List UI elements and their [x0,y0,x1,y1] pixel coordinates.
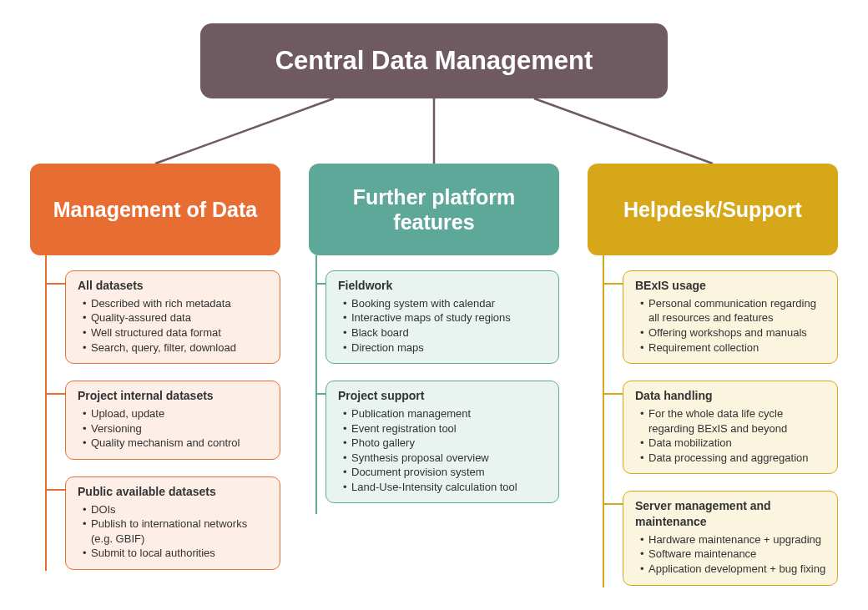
list-item: Interactive maps of study regions [343,310,548,325]
list-item: Submit to local authorities [83,546,270,561]
list-item: Personal communication regarding all res… [640,296,827,325]
card-fieldwork: Fieldwork Booking system with calendar I… [326,270,559,364]
category-box-features: Further platform features [309,164,559,255]
list-item: Described with rich metadata [83,296,270,311]
root-node: Central Data Management [200,23,668,98]
list-item: Photo gallery [343,436,548,451]
list-item: Software maintenance [640,547,827,562]
card-list: All datasets Described with rich metadat… [30,270,280,570]
card-title: Public available datasets [78,484,270,500]
card-list: BExIS usage Personal communication regar… [588,270,838,586]
list-item: Booking system with calendar [343,296,548,311]
list-item: Hardware maintenance + upgrading [640,532,827,547]
card-items: Publication management Event registratio… [338,406,548,494]
list-item: Offering workshops and manuals [640,325,827,340]
list-item: Publication management [343,406,548,421]
card-title: Data handling [635,388,827,404]
vertical-connector [315,255,317,514]
card-items: Described with rich metadata Quality-ass… [78,296,270,355]
list-item: Event registration tool [343,421,548,436]
list-item: Direction maps [343,340,548,355]
list-item: Black board [343,325,548,340]
card-items: For the whole data life cycle regarding … [635,406,827,465]
list-item: Upload, update [83,406,270,421]
list-item: Land-Use-Intensity calculation tool [343,480,548,495]
list-item: Quality-assured data [83,310,270,325]
card-bexis-usage: BExIS usage Personal communication regar… [623,270,838,364]
category-title: Management of Data [53,197,257,222]
category-title: Further platform features [324,184,544,234]
category-title: Helpdesk/Support [623,197,802,222]
card-items: DOIs Publish to international networks (… [78,502,270,561]
svg-line-2 [534,98,713,164]
card-items: Personal communication regarding all res… [635,296,827,355]
list-item: DOIs [83,502,270,517]
card-title: Project internal datasets [78,388,270,404]
card-all-datasets: All datasets Described with rich metadat… [65,270,280,364]
list-item: Publish to international networks (e.g. … [83,517,270,546]
card-data-handling: Data handling For the whole data life cy… [623,381,838,474]
card-items: Upload, update Versioning Quality mechan… [78,406,270,451]
vertical-connector [45,255,47,571]
column-platform-features: Further platform features Fieldwork Book… [309,164,559,520]
list-item: Requirement collection [640,340,827,355]
list-item: Well structured data format [83,325,270,340]
card-public-datasets: Public available datasets DOIs Publish t… [65,476,280,570]
category-box-helpdesk: Helpdesk/Support [588,164,838,255]
card-project-internal: Project internal datasets Upload, update… [65,381,280,460]
column-helpdesk-support: Helpdesk/Support BExIS usage Personal co… [588,164,838,602]
card-title: All datasets [78,278,270,294]
list-item: Synthesis proposal overview [343,451,548,466]
root-title: Central Data Management [275,46,593,76]
card-items: Booking system with calendar Interactive… [338,296,548,355]
column-management-of-data: Management of Data All datasets Describe… [30,164,280,587]
card-title: Fieldwork [338,278,548,294]
list-item: Search, query, filter, download [83,340,270,355]
list-item: Data mobilization [640,436,827,451]
list-item: For the whole data life cycle regarding … [640,406,827,436]
card-title: BExIS usage [635,278,827,294]
category-box-management: Management of Data [30,164,280,255]
card-server-maintenance: Server management and maintenance Hardwa… [623,491,838,585]
card-list: Fieldwork Booking system with calendar I… [309,270,559,503]
card-title: Project support [338,388,548,404]
svg-line-0 [155,98,334,164]
card-project-support: Project support Publication management E… [326,381,559,503]
list-item: Versioning [83,421,270,436]
list-item: Application development + bug fixing [640,562,827,577]
list-item: Data processing and aggregation [640,451,827,466]
card-title: Server management and maintenance [635,498,827,530]
card-items: Hardware maintenance + upgrading Softwar… [635,532,827,577]
list-item: Quality mechanism and control [83,436,270,451]
vertical-connector [603,255,604,587]
list-item: Document provision system [343,465,548,480]
